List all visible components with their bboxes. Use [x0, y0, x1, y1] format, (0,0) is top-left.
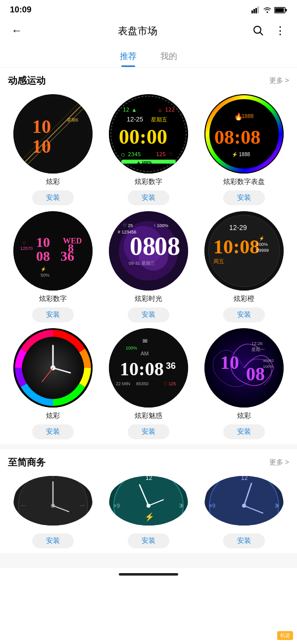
svg-text:▲ 100%: ▲ 100% — [137, 160, 152, 165]
svg-text:星期一: 星期一 — [251, 347, 265, 352]
svg-text:10: 10 — [36, 234, 50, 250]
section-header-2: 至简商务 更多 > — [8, 456, 289, 469]
svg-text:9: 9 — [117, 503, 120, 509]
svg-text:12:26: 12:26 — [251, 341, 263, 346]
svg-text:周五: 周五 — [213, 258, 224, 264]
watch-item-biz-2: 12 ⚡ 9 3 — [103, 476, 193, 548]
nav-bar — [0, 568, 297, 580]
svg-rect-3 — [257, 6, 259, 13]
install-button-2[interactable]: 安装 — [128, 190, 169, 205]
svg-point-105 — [209, 476, 279, 526]
tab-mine[interactable]: 我的 — [158, 48, 179, 67]
watch-name-5: 炫彩时光 — [135, 294, 162, 303]
svg-text:♡: ♡ — [22, 241, 26, 246]
svg-text:10: 10 — [32, 136, 51, 157]
section-more-1[interactable]: 更多 > — [269, 76, 289, 85]
svg-text:36: 36 — [166, 361, 176, 371]
watch-name-1: 炫彩 — [46, 177, 60, 186]
status-time: 10:09 — [10, 5, 31, 15]
install-button-8[interactable]: 安装 — [128, 424, 169, 439]
content-area: 动感运动 更多 > 10 10 星期6 — [0, 67, 297, 568]
search-button[interactable] — [249, 22, 267, 40]
svg-rect-5 — [275, 8, 284, 12]
svg-point-109 — [209, 504, 212, 507]
watch-name-8: 炫彩魅惑 — [135, 411, 162, 420]
svg-text:08: 08 — [154, 232, 180, 260]
svg-text:08:08: 08:08 — [214, 126, 260, 148]
section-more-2[interactable]: 更多 > — [269, 458, 289, 467]
watch-item-4: ♡ 12570 10 08 WED 8 36 ⚡ 50% 炫彩数字 — [8, 211, 98, 322]
svg-text:00:00: 00:00 — [119, 125, 167, 148]
svg-text:12-29: 12-29 — [229, 224, 247, 232]
watch-face-7[interactable] — [13, 328, 93, 408]
svg-text:08: 08 — [36, 248, 50, 264]
watch-name-4: 炫彩数字 — [39, 294, 67, 303]
install-button-4[interactable]: 安装 — [32, 307, 74, 322]
svg-rect-6 — [286, 9, 287, 11]
watch-face-4[interactable]: ♡ 12570 10 08 WED 8 36 ⚡ 50% — [13, 211, 93, 291]
watch-item-2: 12 ▲ △ 122 12-25 星期五 00:00 ○ 2345 125 ♡ — [103, 94, 193, 205]
svg-text:12 ▲: 12 ▲ — [123, 107, 136, 113]
section-title-2: 至简商务 — [8, 456, 46, 469]
svg-text:29999: 29999 — [256, 248, 269, 253]
svg-line-8 — [260, 32, 263, 35]
svg-text:1888: 1888 — [242, 113, 253, 119]
watch-face-biz-3[interactable]: 12 9 3 — [204, 476, 284, 526]
section-header-1: 动感运动 更多 > — [8, 74, 289, 87]
install-button-3[interactable]: 安装 — [223, 190, 265, 205]
watch-grid-1: 10 10 星期6 炫彩 安装 12 ▲ — [8, 94, 289, 439]
svg-text:10:08: 10:08 — [213, 235, 259, 258]
watch-item-7: 炫彩 安装 — [8, 328, 98, 439]
watch-face-2[interactable]: 12 ▲ △ 122 12-25 星期五 00:00 ○ 2345 125 ♡ — [109, 94, 188, 174]
install-button-biz-1[interactable]: 安装 — [32, 533, 74, 548]
status-icons — [251, 6, 287, 13]
more-button[interactable]: ⋮ — [271, 22, 289, 40]
svg-text:08: 08 — [130, 232, 155, 260]
tabs-container: 推荐 我的 — [0, 44, 297, 67]
install-button-1[interactable]: 安装 — [32, 190, 74, 205]
svg-rect-2 — [255, 8, 257, 13]
install-button-7[interactable]: 安装 — [32, 424, 74, 439]
watermark: 机迹 — [277, 631, 293, 640]
svg-text:3: 3 — [179, 503, 182, 509]
install-button-biz-3[interactable]: 安装 — [223, 533, 265, 548]
watch-name-6: 炫彩橙 — [234, 294, 254, 303]
svg-text:22 MIN: 22 MIN — [116, 381, 130, 386]
svg-rect-1 — [253, 9, 255, 13]
svg-text:125 ♡: 125 ♡ — [156, 151, 172, 158]
tab-recommended[interactable]: 推荐 — [118, 48, 139, 67]
svg-text:08: 08 — [246, 363, 265, 384]
watch-item-9: 10 08 12:26 星期一 35682 100% 炫彩 安装 — [199, 328, 289, 439]
watch-item-biz-1: 安装 — [8, 476, 98, 548]
watch-name-2: 炫彩数字 — [135, 177, 162, 186]
watch-grid-2: 安装 12 ⚡ — [8, 476, 289, 548]
svg-text:65350: 65350 — [136, 381, 148, 386]
watch-face-biz-2[interactable]: 12 ⚡ 9 3 — [109, 476, 188, 526]
svg-text:♡ 25: ♡ 25 — [123, 223, 133, 228]
svg-text:✉: ✉ — [143, 338, 148, 345]
svg-text:星期6: 星期6 — [67, 117, 78, 122]
svg-text:100%: 100% — [263, 364, 273, 369]
status-bar: 10:09 — [0, 0, 297, 18]
search-icon — [253, 25, 264, 36]
install-button-biz-2[interactable]: 安装 — [128, 533, 169, 548]
svg-text:50%: 50% — [41, 273, 50, 278]
install-button-6[interactable]: 安装 — [223, 307, 265, 322]
svg-text:3: 3 — [275, 503, 278, 509]
svg-rect-0 — [251, 10, 253, 13]
watch-face-biz-1[interactable] — [13, 476, 93, 526]
watch-face-6[interactable]: 12-29 10:08 周五 ⚡ 100% 29999 — [204, 211, 284, 291]
svg-text:10:08: 10:08 — [120, 358, 164, 379]
watch-face-8[interactable]: ✉ 100% AM 10:08 36 22 MIN 65350 ♡ 125 — [109, 328, 188, 408]
watch-face-3[interactable]: 🔥 1888 08:08 ⚡ 1888 — [204, 94, 284, 174]
install-button-9[interactable]: 安装 — [223, 424, 265, 439]
watch-face-9[interactable]: 10 08 12:26 星期一 35682 100% — [204, 328, 284, 408]
watch-face-1[interactable]: 10 10 星期6 — [13, 94, 93, 174]
watch-face-5[interactable]: ♡ 25 ↑ 100% # 123456 08 08 08-31 星期三 — [109, 211, 188, 291]
watch-name-9: 炫彩 — [237, 411, 251, 420]
back-button[interactable]: ← — [8, 22, 26, 40]
svg-point-98 — [113, 504, 116, 507]
header: ← 表盘市场 ⋮ — [0, 18, 297, 44]
svg-text:100%: 100% — [256, 242, 268, 247]
install-button-5[interactable]: 安装 — [128, 307, 169, 322]
